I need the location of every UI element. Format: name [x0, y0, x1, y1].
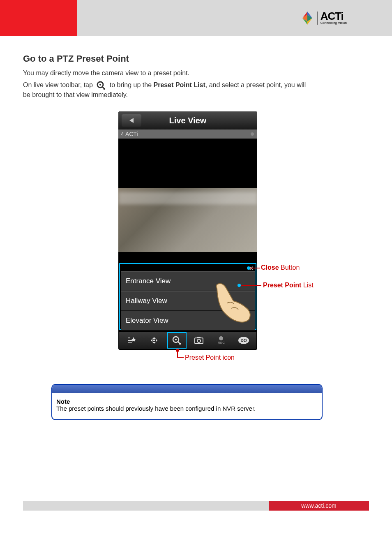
- note-text: The preset points should previously have…: [56, 405, 318, 412]
- brand-tagline: Connecting Vision: [321, 21, 347, 25]
- body-line-2c: , and select a preset point, you will: [205, 81, 306, 88]
- preset-star-icon[interactable]: [123, 333, 141, 347]
- body-line-2-bold: Preset Point List: [154, 81, 205, 88]
- preset-icon-highlight: [167, 332, 187, 349]
- note-header: [52, 385, 322, 393]
- svg-rect-12: [197, 337, 201, 338]
- ptz-icon[interactable]: [145, 333, 163, 347]
- callout-preset-list-bold: Preset Point: [263, 282, 301, 289]
- leader-dot-icon: [247, 266, 250, 270]
- header-red-block: [0, 0, 77, 36]
- callout-close: Close Button: [261, 264, 300, 271]
- body-line-2: On live view toolbar, tap to bring up th…: [23, 79, 356, 91]
- camera-label-bar: 4 ACTi: [118, 130, 257, 139]
- body-line-3: be brought to that view immediately.: [23, 91, 128, 99]
- note-body: Note The preset points should previously…: [52, 393, 322, 417]
- callout-close-rest: Button: [279, 264, 300, 271]
- phone-title: Live View: [169, 116, 207, 125]
- body-line-2b: to bring up the: [110, 81, 152, 88]
- do-icon[interactable]: DO: [235, 333, 253, 347]
- live-video-frame[interactable]: [118, 188, 257, 252]
- callout-close-bold: Close: [261, 264, 279, 271]
- logo-mark-icon: [300, 11, 315, 25]
- rec-label: REC: [218, 341, 225, 345]
- camera-label: 4 ACTi: [121, 131, 138, 137]
- svg-point-7: [99, 84, 101, 86]
- live-view-toolbar: REC DO: [119, 332, 256, 349]
- footer-url: www.acti.com: [269, 501, 369, 511]
- video-black-area: [118, 139, 257, 188]
- callout-preset-list-rest: List: [301, 282, 313, 289]
- back-arrow-icon: [129, 118, 134, 123]
- preset-point-list: Entrance View Hallway View Elevator View: [121, 271, 255, 331]
- callout-preset-icon: Preset Point icon: [185, 354, 235, 361]
- note-box: Note The preset points should previously…: [51, 384, 323, 420]
- record-icon[interactable]: REC: [212, 333, 230, 347]
- preset-item-elevator[interactable]: Elevator View: [121, 311, 255, 331]
- note-title: Note: [56, 398, 70, 405]
- header-bar: ACTi Connecting Vision: [0, 0, 392, 36]
- zoom-preset-inline-icon: [96, 81, 106, 90]
- leader-line: [177, 350, 178, 357]
- svg-rect-8: [153, 340, 155, 341]
- body-line-1: You may directly move the camera view to…: [23, 67, 189, 79]
- phone-titlebar: Live View: [118, 111, 257, 130]
- leader-dot-icon: [238, 284, 241, 287]
- footer-bar: www.acti.com: [23, 501, 369, 511]
- status-dot-icon: [251, 132, 254, 136]
- preset-item-hallway[interactable]: Hallway View: [121, 291, 255, 311]
- svg-text:DO: DO: [240, 338, 247, 343]
- body-line-2a: On live view toolbar, tap: [23, 81, 93, 88]
- leader-line: [177, 357, 184, 358]
- callout-preset-list: Preset Point List: [263, 282, 314, 289]
- svg-point-13: [197, 339, 201, 342]
- leader-line: [250, 268, 260, 268]
- leader-line: [241, 285, 261, 286]
- snapshot-icon[interactable]: [190, 333, 208, 347]
- back-button[interactable]: [122, 114, 141, 127]
- brand-logo: ACTi Connecting Vision: [300, 11, 347, 25]
- section-title: Go to a PTZ Preset Point: [23, 53, 129, 64]
- preset-item-entrance[interactable]: Entrance View: [121, 271, 255, 291]
- brand-name: ACTi: [321, 12, 347, 21]
